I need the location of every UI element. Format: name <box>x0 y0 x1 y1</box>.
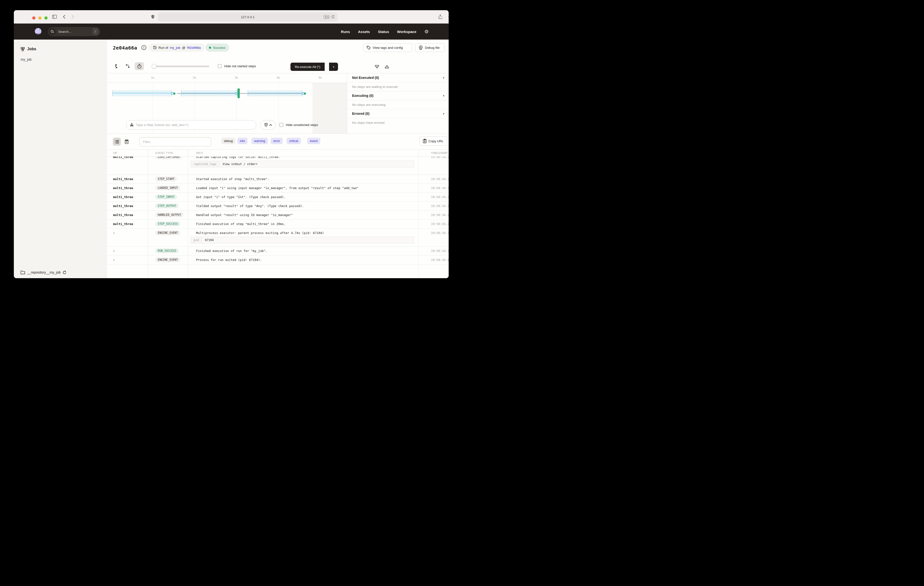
sidebar-item-my-job[interactable]: my_job <box>14 51 107 61</box>
gear-icon[interactable]: ⚙ <box>424 29 429 34</box>
log-info-text: Started execution of step "multi_three". <box>196 177 418 181</box>
log-level-warning[interactable]: warning <box>251 137 268 144</box>
log-info-cell: Started capturing logs for solid: multi_… <box>188 157 418 167</box>
layers-toggle-button[interactable] <box>261 120 276 130</box>
address-bar[interactable]: 127.0.0.1 文A <box>158 12 338 22</box>
step-subset-field[interactable] <box>126 120 256 130</box>
log-event-type-cell: ENGINE_EVENT <box>148 228 188 243</box>
job-link[interactable]: my_job <box>170 46 180 50</box>
event-type-badge: ENGINE_EVENT <box>155 257 180 262</box>
log-timestamp-cell: 19:50:34.397 <box>418 247 449 253</box>
gantt-step-bar[interactable] <box>181 90 237 96</box>
copy-url-button[interactable]: Copy URL <box>419 136 447 146</box>
nav-link-workspace[interactable]: Workspace <box>397 30 416 34</box>
log-timestamp-cell: 19:50:34.420 <box>418 256 449 262</box>
log-info-cell: Finished execution of step "multi_three"… <box>188 220 418 226</box>
log-table-row[interactable]: multi_threeSTEP_INPUTGot input "i" of ty… <box>107 193 449 202</box>
log-table-row[interactable]: -ENGINE_EVENTMultiprocess executor: pare… <box>107 228 449 247</box>
log-level-debug[interactable]: debug <box>221 137 235 144</box>
reexecute-all-button[interactable]: Re-execute All (*) <box>290 63 325 71</box>
log-level-error[interactable]: error <box>271 137 282 144</box>
reload-repository-icon[interactable] <box>63 271 66 274</box>
log-event-type-cell: LOADED_INPUT <box>148 184 188 190</box>
flat-view-button[interactable] <box>113 62 121 70</box>
translate-icon[interactable]: 文A <box>324 15 330 19</box>
info-icon[interactable] <box>141 45 147 50</box>
zoom-slider-knob[interactable] <box>152 64 157 69</box>
global-search[interactable]: Search... / <box>48 27 100 36</box>
hide-not-started-checkbox[interactable] <box>218 64 222 68</box>
metadata-value[interactable]: View stdout / stderr <box>219 161 261 167</box>
back-icon[interactable] <box>63 15 65 19</box>
log-table-row[interactable]: multi_threeSTEP_STARTStarted execution o… <box>107 175 449 184</box>
status-label: Success <box>213 46 225 50</box>
minimize-window-button[interactable] <box>38 16 41 20</box>
panel-section-header[interactable]: Not Executed (0)▾ <box>347 73 449 82</box>
nav-link-status[interactable]: Status <box>378 30 389 34</box>
log-table-row[interactable]: multi_threeLOGS_CAPTUREDStarted capturin… <box>107 157 449 175</box>
reexecute-dropdown-caret[interactable]: ▾ <box>329 63 338 71</box>
log-table-row[interactable]: -ENGINE_EVENTProcess for run exited (pid… <box>107 256 449 265</box>
log-table-row[interactable]: multi_threeLOADED_INPUTLoaded input "i" … <box>107 184 449 193</box>
log-structured-view-button[interactable] <box>122 137 130 146</box>
log-table-row[interactable]: multi_threeHANDLED_OUTPUTHandled output … <box>107 211 449 220</box>
nav-link-assets[interactable]: Assets <box>358 30 370 34</box>
log-event-type-cell: HANDLED_OUTPUT <box>148 211 188 217</box>
panel-section-header[interactable]: Errored (0)▾ <box>347 109 449 118</box>
column-divider <box>188 149 188 278</box>
step-subset-input[interactable] <box>136 123 252 127</box>
zoom-slider[interactable] <box>152 66 209 67</box>
event-type-badge: ENGINE_EVENT <box>155 230 180 235</box>
panel-section-title: Errored (0) <box>352 112 370 116</box>
toggle-sidebar-icon[interactable] <box>52 15 57 19</box>
share-icon[interactable] <box>439 15 442 19</box>
hide-unselected-checkbox[interactable] <box>279 123 284 127</box>
panel-section-header[interactable]: Executing (0)▾ <box>347 91 449 100</box>
log-filter-input[interactable] <box>143 140 208 144</box>
log-level-info[interactable]: info <box>237 137 248 144</box>
log-event-type-cell: STEP_SUCCESS <box>148 220 188 226</box>
log-filter-field[interactable] <box>140 137 211 146</box>
browser-toolbar: 127.0.0.1 文A <box>14 10 449 23</box>
waterfall-view-button[interactable] <box>124 62 132 70</box>
timed-view-button[interactable] <box>135 62 144 70</box>
log-table-row[interactable]: multi_threeSTEP_OUTPUTYielded output "re… <box>107 202 449 211</box>
dagster-logo[interactable] <box>34 27 43 36</box>
log-table-row[interactable]: -RUN_SUCCESSFinished execution of run fo… <box>107 247 449 256</box>
filter-steps-icon[interactable] <box>373 63 381 71</box>
gantt-step-bar[interactable] <box>112 90 171 96</box>
shield-icon[interactable] <box>151 15 155 19</box>
gantt-success-dot-marker <box>304 93 306 95</box>
step-status-panel: Not Executed (0)▾No steps are waiting to… <box>347 73 449 134</box>
debug-file-button[interactable]: Debug file <box>415 43 444 52</box>
log-op-cell: multi_three <box>107 193 148 199</box>
log-info-cell: Loaded input "i" using input manager "io… <box>188 184 418 190</box>
event-type-badge: STEP_OUTPUT <box>155 204 178 208</box>
log-list-view-button[interactable] <box>113 137 121 146</box>
new-tab-icon[interactable] <box>448 15 449 19</box>
log-op-cell: multi_three <box>107 202 148 208</box>
log-table-row[interactable]: multi_threeSTEP_SUCCESSFinished executio… <box>107 220 449 228</box>
log-level-event[interactable]: event <box>307 137 320 144</box>
gantt-toolbar: Hide not started steps Re-execute All (*… <box>107 60 449 73</box>
view-tags-config-button[interactable]: View tags and config <box>363 43 412 52</box>
collapse-panel-icon[interactable] <box>383 63 391 71</box>
forward-icon[interactable] <box>72 15 74 19</box>
log-info-text: Finished execution of step "multi_three"… <box>196 222 418 226</box>
close-window-button[interactable] <box>32 16 35 20</box>
log-level-critical[interactable]: critical <box>287 137 301 144</box>
gantt-axis-tick: 4s <box>277 76 280 79</box>
event-type-badge: HANDLED_OUTPUT <box>155 212 184 217</box>
log-info-cell: Started execution of step "multi_three". <box>188 175 418 181</box>
nav-link-runs[interactable]: Runs <box>341 30 350 34</box>
browser-window: 127.0.0.1 文A <box>14 10 449 278</box>
snapshot-link[interactable]: f92d468a <box>187 46 201 50</box>
search-placeholder: Search... <box>58 30 71 33</box>
gantt-step-bar[interactable] <box>248 90 302 96</box>
log-info-cell: Handled output "result" using IO manager… <box>188 211 418 217</box>
panel-section-message: No steps have errored <box>347 118 449 127</box>
zoom-window-button[interactable] <box>45 16 48 20</box>
top-nav: RunsAssetsStatusWorkspace ⚙ <box>341 29 429 34</box>
log-event-type-cell: STEP_START <box>148 175 188 181</box>
reload-icon[interactable] <box>332 15 335 19</box>
